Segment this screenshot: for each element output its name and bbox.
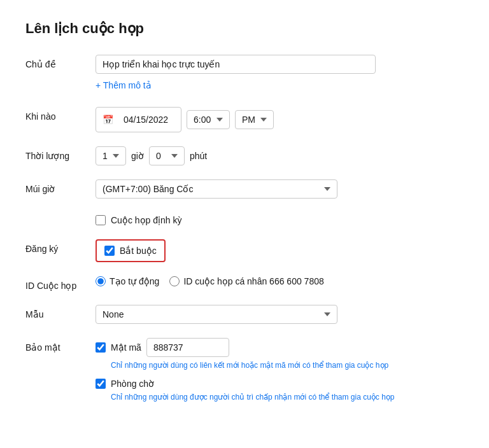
security-content: Mật mã Chỉ những người dùng có liên kết … — [96, 338, 464, 402]
subject-label: Chủ đề — [25, 55, 96, 69]
when-content: 📅 6:00 6:30 7:00 AM PM — [96, 107, 464, 132]
minutes-unit: phút — [190, 151, 207, 161]
personal-id-label: ID cuộc họp cá nhân 666 600 7808 — [183, 276, 323, 286]
hours-select[interactable]: 0 1 2 3 4 — [96, 146, 126, 165]
meeting-id-row: ID Cuộc họp Tạo tự động ID cuộc họp cá n… — [25, 276, 464, 291]
personal-id-option[interactable]: ID cuộc họp cá nhân 666 600 7808 — [169, 276, 323, 286]
duration-controls: 0 1 2 3 4 giờ 0 15 30 45 phút — [96, 146, 464, 165]
waiting-room-item: Phòng chờ Chỉ những người dùng được ngườ… — [96, 379, 464, 402]
security-section: Mật mã Chỉ những người dùng có liên kết … — [96, 338, 464, 402]
registration-required-checkbox[interactable] — [104, 246, 115, 256]
auto-generate-label: Tạo tự động — [110, 276, 159, 286]
template-label: Mẫu — [25, 305, 96, 319]
timezone-row: Múi giờ (GMT+7:00) Băng Cốc — [25, 179, 464, 199]
date-input-wrap[interactable]: 📅 — [96, 107, 181, 132]
time-select[interactable]: 6:00 6:30 7:00 — [187, 110, 230, 129]
duration-label: Thời lượng — [25, 146, 96, 161]
password-checkbox[interactable] — [96, 342, 106, 353]
auto-generate-radio[interactable] — [96, 276, 106, 286]
registration-content: Bắt buộc — [96, 239, 464, 262]
registration-label: Đăng ký — [25, 239, 96, 254]
hours-unit: giờ — [131, 151, 144, 161]
add-description-button[interactable]: + Thêm mô tả — [96, 78, 152, 93]
password-hint: Chỉ những người dùng có liên kết mới hoặ… — [111, 361, 464, 370]
meeting-id-content: Tạo tự động ID cuộc họp cá nhân 666 600 … — [96, 276, 464, 286]
security-label: Bảo mật — [25, 338, 96, 353]
subject-row: Chủ đề + Thêm mô tả — [25, 55, 464, 93]
registration-required-box: Bắt buộc — [96, 239, 166, 262]
duration-content: 0 1 2 3 4 giờ 0 15 30 45 phút — [96, 146, 464, 165]
password-item: Mật mã Chỉ những người dùng có liên kết … — [96, 338, 464, 370]
recurring-label[interactable]: Cuộc họp định kỳ — [111, 215, 182, 225]
page-title: Lên lịch cuộc họp — [25, 20, 464, 37]
datetime-row: 📅 6:00 6:30 7:00 AM PM — [96, 107, 464, 132]
registration-row: Đăng ký Bắt buộc — [25, 239, 464, 262]
date-input[interactable] — [117, 111, 174, 129]
subject-content: + Thêm mô tả — [96, 55, 464, 93]
template-select[interactable]: None — [96, 305, 337, 324]
timezone-label: Múi giờ — [25, 179, 96, 194]
personal-id-radio[interactable] — [169, 276, 180, 286]
waiting-room-row: Phòng chờ — [96, 379, 464, 389]
recurring-checkbox-row: Cuộc họp định kỳ — [96, 215, 464, 225]
waiting-room-hint: Chỉ những người dùng được người chủ trì … — [111, 393, 464, 402]
security-row: Bảo mật Mật mã Chỉ những người dùng có l… — [25, 338, 464, 402]
template-row: Mẫu None — [25, 305, 464, 324]
waiting-room-checkbox[interactable] — [96, 379, 106, 389]
minutes-select[interactable]: 0 15 30 45 — [149, 146, 185, 165]
when-label: Khi nào — [25, 107, 96, 122]
meeting-id-label: ID Cuộc họp — [25, 276, 96, 291]
ampm-select[interactable]: AM PM — [235, 110, 274, 129]
waiting-room-label[interactable]: Phòng chờ — [111, 379, 154, 389]
timezone-content: (GMT+7:00) Băng Cốc — [96, 179, 464, 199]
recurring-checkbox[interactable] — [96, 215, 106, 225]
timezone-select[interactable]: (GMT+7:00) Băng Cốc — [96, 179, 337, 199]
password-row: Mật mã — [96, 338, 464, 357]
registration-required-label[interactable]: Bắt buộc — [120, 246, 157, 256]
template-content: None — [96, 305, 464, 324]
duration-row: Thời lượng 0 1 2 3 4 giờ 0 15 30 45 phút — [25, 146, 464, 165]
password-input[interactable] — [146, 338, 229, 357]
auto-generate-option[interactable]: Tạo tự động — [96, 276, 159, 286]
subject-input[interactable] — [96, 55, 376, 74]
recurring-spacer — [25, 213, 96, 217]
password-label[interactable]: Mật mã — [111, 342, 141, 353]
meeting-id-options: Tạo tự động ID cuộc họp cá nhân 666 600 … — [96, 276, 464, 286]
calendar-icon: 📅 — [103, 115, 113, 125]
recurring-content: Cuộc họp định kỳ — [96, 213, 464, 225]
when-row: Khi nào 📅 6:00 6:30 7:00 AM PM — [25, 107, 464, 132]
recurring-row: Cuộc họp định kỳ — [25, 213, 464, 225]
